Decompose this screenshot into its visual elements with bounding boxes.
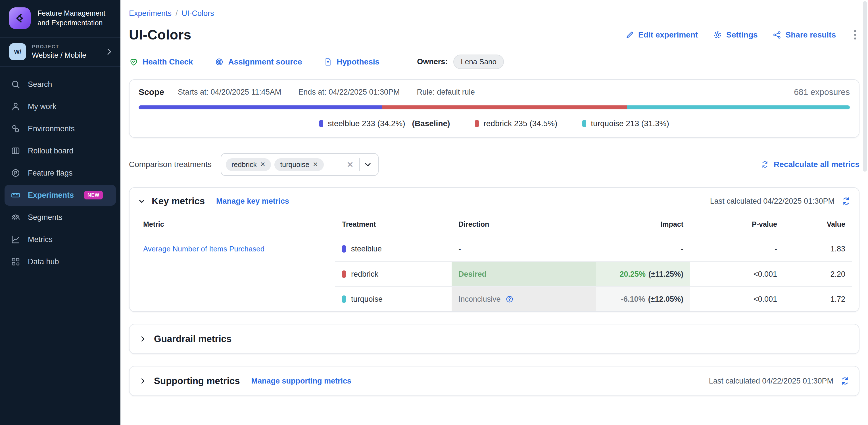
columns-icon xyxy=(10,146,21,156)
chevron-down-icon[interactable] xyxy=(363,160,372,169)
distribution-legend: steelblue 233 (34.2%) (Baseline) redbric… xyxy=(138,119,850,128)
chart-line-icon xyxy=(10,234,21,245)
legend-item-steelblue: steelblue 233 (34.2%) (Baseline) xyxy=(319,119,450,128)
dist-segment-redbrick xyxy=(382,105,627,110)
app-title: Feature Management and Experimentation xyxy=(37,8,113,28)
manage-key-metrics-link[interactable]: Manage key metrics xyxy=(216,197,289,206)
hypothesis-link[interactable]: Hypothesis xyxy=(323,57,379,66)
breadcrumb-experiments[interactable]: Experiments xyxy=(129,9,172,18)
sidebar-item-rollout-board[interactable]: Rollout board xyxy=(4,140,116,161)
breadcrumb-current[interactable]: UI-Colors xyxy=(182,9,214,18)
edit-experiment-button[interactable]: Edit experiment xyxy=(625,30,698,39)
settings-button[interactable]: Settings xyxy=(713,30,757,40)
sidebar-item-environments[interactable]: Environments xyxy=(4,118,116,139)
document-icon xyxy=(323,57,333,66)
sidebar-item-metrics[interactable]: Metrics xyxy=(4,229,116,250)
more-options-button[interactable] xyxy=(851,28,860,42)
refresh-icon[interactable] xyxy=(841,196,851,206)
sidebar-item-search[interactable]: Search xyxy=(4,74,116,95)
gear-icon xyxy=(713,30,722,40)
pencil-icon xyxy=(625,30,634,39)
direction-cell-inconclusive: Inconclusive xyxy=(452,286,596,311)
dist-segment-turquoise xyxy=(627,105,850,110)
sidebar-item-segments[interactable]: Segments xyxy=(4,207,116,228)
remove-turquoise-icon[interactable]: ✕ xyxy=(313,161,318,168)
treatment-cell-redbrick: redbrick xyxy=(335,261,452,286)
pvalue-cell: - xyxy=(690,236,784,261)
refresh-icon[interactable] xyxy=(840,376,850,386)
help-circle-icon[interactable] xyxy=(505,295,514,303)
dist-segment-steelblue xyxy=(138,105,382,110)
impact-cell-inconclusive: -6.10% (±12.05%) xyxy=(596,286,690,311)
steelblue-swatch xyxy=(342,245,346,252)
direction-cell: - xyxy=(452,236,596,261)
health-check-link[interactable]: Health Check xyxy=(129,57,193,67)
people-icon xyxy=(10,212,21,223)
project-switcher[interactable]: W/ PROJECT Website / Mobile xyxy=(0,37,120,67)
owner-chip[interactable]: Lena Sano xyxy=(453,55,504,69)
legend-item-turquoise: turquoise 213 (31.3%) xyxy=(582,119,669,128)
manage-supporting-metrics-link[interactable]: Manage supporting metrics xyxy=(251,377,352,386)
project-label: PROJECT xyxy=(32,44,99,50)
bullseye-icon xyxy=(214,57,224,67)
guardrail-metrics-title: Guardrail metrics xyxy=(154,334,231,344)
impact-cell: - xyxy=(596,236,690,261)
ruler-icon xyxy=(10,190,21,201)
treatment-distribution-bar xyxy=(138,105,850,110)
remove-redbrick-icon[interactable]: ✕ xyxy=(260,161,265,168)
heart-check-icon xyxy=(129,57,138,67)
search-icon xyxy=(10,79,21,90)
turquoise-swatch xyxy=(342,296,346,303)
sidebar-item-data-hub[interactable]: Data hub xyxy=(4,251,116,272)
clear-select-icon[interactable]: ✕ xyxy=(344,160,356,170)
scope-starts: Starts at: 04/20/2025 11:45AM xyxy=(178,88,281,97)
direction-cell-desired: Desired xyxy=(452,261,596,286)
scope-ends: Ends at: 04/22/2025 01:30PM xyxy=(298,88,400,97)
app-brand[interactable]: Feature Management and Experimentation xyxy=(0,0,120,37)
expand-chevron-icon[interactable] xyxy=(138,335,147,343)
sidebar: Feature Management and Experimentation W… xyxy=(0,0,120,425)
sidebar-item-my-work[interactable]: My work xyxy=(4,96,116,117)
steelblue-swatch xyxy=(319,120,323,127)
new-badge: NEW xyxy=(84,191,103,200)
recalculate-all-metrics-button[interactable]: Recalculate all metrics xyxy=(761,160,860,169)
experiment-meta-row: Health Check Assignment source Hypothesi… xyxy=(129,55,860,69)
share-results-button[interactable]: Share results xyxy=(773,30,836,39)
comparison-row: Comparison treatments redbrick✕ turquois… xyxy=(129,153,860,176)
flag-circle-icon xyxy=(10,168,21,178)
pvalue-cell: <0.001 xyxy=(690,261,784,286)
col-value: Value xyxy=(784,213,852,236)
metric-name-cell: Average Number of Items Purchased xyxy=(136,236,335,261)
assignment-source-link[interactable]: Assignment source xyxy=(214,57,302,67)
col-metric: Metric xyxy=(136,213,335,236)
redbrick-swatch xyxy=(342,270,346,278)
scope-card: Scope Starts at: 04/20/2025 11:45AM Ends… xyxy=(129,79,860,138)
col-treatment: Treatment xyxy=(335,213,452,236)
comparison-treatments-label: Comparison treatments xyxy=(129,160,212,169)
owners-label: Owners: xyxy=(417,57,447,66)
sidebar-item-experiments[interactable]: Experiments NEW xyxy=(4,185,116,206)
header-actions: Edit experiment Settings Share results xyxy=(625,28,860,42)
sidebar-item-feature-flags[interactable]: Feature flags xyxy=(4,162,116,184)
collapse-chevron-icon[interactable] xyxy=(137,197,146,205)
key-metrics-table: Metric Treatment Direction Impact P-valu… xyxy=(136,213,852,311)
expand-chevron-icon[interactable] xyxy=(138,377,147,385)
impact-cell-desired: 20.25% (±11.25%) xyxy=(596,261,690,286)
chip-turquoise: turquoise✕ xyxy=(274,158,323,171)
guardrail-metrics-card[interactable]: Guardrail metrics xyxy=(129,324,860,354)
col-pvalue: P-value xyxy=(690,213,784,236)
value-cell: 1.83 xyxy=(784,236,852,261)
comparison-treatments-select[interactable]: redbrick✕ turquoise✕ ✕ xyxy=(221,153,379,176)
scope-rule: Rule: default rule xyxy=(417,88,475,97)
app-window: Feature Management and Experimentation W… xyxy=(0,0,868,425)
treatment-cell-turquoise: turquoise xyxy=(335,286,452,311)
grid-icon xyxy=(10,256,21,267)
metric-link[interactable]: Average Number of Items Purchased xyxy=(143,245,265,253)
baseline-label: (Baseline) xyxy=(412,119,450,128)
col-direction: Direction xyxy=(452,213,596,236)
main-content: Experiments/UI-Colors UI-Colors Edit exp… xyxy=(120,0,868,425)
scrollbar-thumb[interactable] xyxy=(863,1,867,172)
project-name: Website / Mobile xyxy=(32,51,99,60)
scope-title: Scope xyxy=(138,87,164,97)
supporting-metrics-card[interactable]: Supporting metrics Manage supporting met… xyxy=(129,366,860,396)
